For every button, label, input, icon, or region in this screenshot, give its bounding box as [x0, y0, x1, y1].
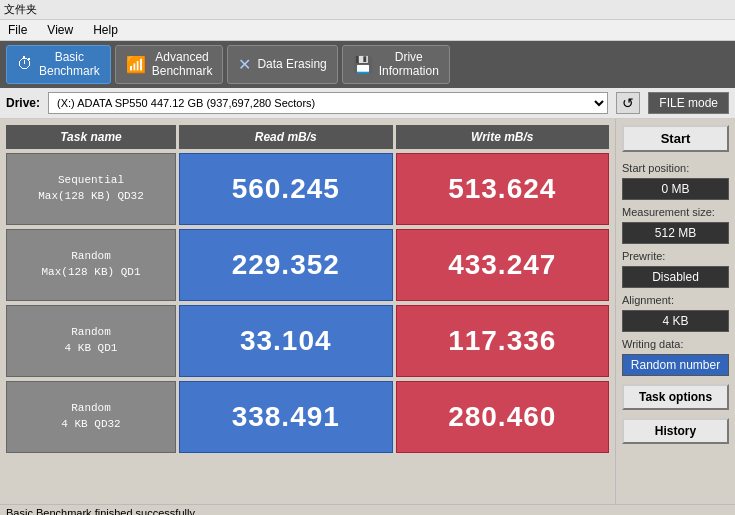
drive-select[interactable]: (X:) ADATA SP550 447.12 GB (937,697,280 … [48, 92, 608, 114]
row-2-label: RandomMax(128 KB) QD1 [6, 229, 176, 301]
row-3-label: Random4 KB QD1 [6, 305, 176, 377]
data-erasing-btn[interactable]: ✕ Data Erasing [227, 45, 337, 84]
measurement-size-value: 512 MB [622, 222, 729, 244]
drive-row: Drive: (X:) ADATA SP550 447.12 GB (937,6… [0, 88, 735, 119]
advanced-benchmark-icon: 📶 [126, 55, 146, 74]
menu-bar: File View Help [0, 20, 735, 41]
th-read: Read mB/s [179, 125, 393, 149]
basic-benchmark-btn[interactable]: ⏱ Basic Benchmark [6, 45, 111, 84]
status-text: Basic Benchmark finished successfully. [6, 507, 197, 515]
bench-table: Task name Read mB/s Write mB/s Sequentia… [0, 119, 615, 504]
task-options-button[interactable]: Task options [622, 384, 729, 410]
bench-row-2: RandomMax(128 KB) QD1 229.352 433.247 [6, 229, 609, 301]
drive-information-icon: 💾 [353, 55, 373, 74]
prewrite-value: Disabled [622, 266, 729, 288]
basic-benchmark-line2: Benchmark [39, 64, 100, 78]
drive-information-line2: Information [379, 64, 439, 78]
basic-benchmark-icon: ⏱ [17, 55, 33, 73]
row-4-write: 280.460 [396, 381, 610, 453]
row-1-label: SequentialMax(128 KB) QD32 [6, 153, 176, 225]
alignment-label: Alignment: [622, 294, 729, 306]
history-button[interactable]: History [622, 418, 729, 444]
row-1-write: 513.624 [396, 153, 610, 225]
drive-information-btn[interactable]: 💾 Drive Information [342, 45, 450, 84]
drive-label: Drive: [6, 96, 40, 110]
data-erasing-line1: Data Erasing [257, 57, 326, 71]
right-panel: Start Start position: 0 MB Measurement s… [615, 119, 735, 504]
start-button[interactable]: Start [622, 125, 729, 152]
row-3-write: 117.336 [396, 305, 610, 377]
row-1-read: 560.245 [179, 153, 393, 225]
th-write: Write mB/s [396, 125, 610, 149]
main-content: Task name Read mB/s Write mB/s Sequentia… [0, 119, 735, 504]
status-bar: Basic Benchmark finished successfully. [0, 504, 735, 515]
advanced-benchmark-btn[interactable]: 📶 Advanced Benchmark [115, 45, 224, 84]
advanced-benchmark-line1: Advanced [152, 50, 213, 64]
drive-refresh-btn[interactable]: ↺ [616, 92, 640, 114]
writing-data-value[interactable]: Random number [622, 354, 729, 376]
refresh-icon: ↺ [622, 95, 634, 111]
toolbar: ⏱ Basic Benchmark 📶 Advanced Benchmark ✕… [0, 41, 735, 88]
prewrite-label: Prewrite: [622, 250, 729, 262]
start-position-value: 0 MB [622, 178, 729, 200]
row-4-read: 338.491 [179, 381, 393, 453]
row-4-label: Random4 KB QD32 [6, 381, 176, 453]
row-2-read: 229.352 [179, 229, 393, 301]
bench-row-3: Random4 KB QD1 33.104 117.336 [6, 305, 609, 377]
measurement-size-label: Measurement size: [622, 206, 729, 218]
th-task-name: Task name [6, 125, 176, 149]
file-mode-btn[interactable]: FILE mode [648, 92, 729, 114]
menu-help[interactable]: Help [89, 22, 122, 38]
menu-file[interactable]: File [4, 22, 31, 38]
row-3-read: 33.104 [179, 305, 393, 377]
bench-row-4: Random4 KB QD32 338.491 280.460 [6, 381, 609, 453]
row-2-write: 433.247 [396, 229, 610, 301]
drive-information-line1: Drive [379, 50, 439, 64]
basic-benchmark-line1: Basic [39, 50, 100, 64]
data-erasing-icon: ✕ [238, 55, 251, 74]
advanced-benchmark-line2: Benchmark [152, 64, 213, 78]
writing-data-label: Writing data: [622, 338, 729, 350]
title-bar: 文件夹 [0, 0, 735, 20]
start-position-label: Start position: [622, 162, 729, 174]
menu-view[interactable]: View [43, 22, 77, 38]
bench-row-1: SequentialMax(128 KB) QD32 560.245 513.6… [6, 153, 609, 225]
table-header: Task name Read mB/s Write mB/s [6, 125, 609, 149]
title-text: 文件夹 [4, 3, 37, 15]
alignment-value: 4 KB [622, 310, 729, 332]
